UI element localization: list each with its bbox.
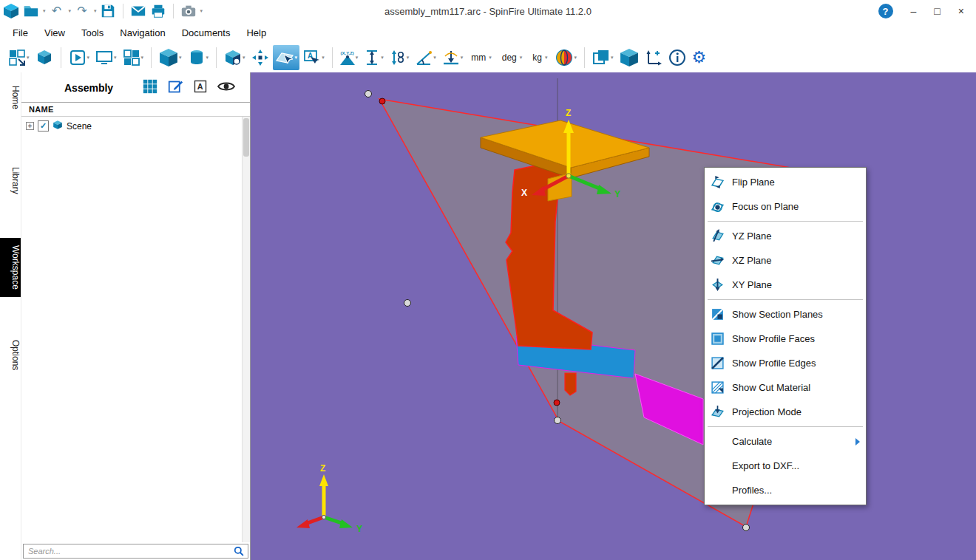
menu-file[interactable]: File xyxy=(4,24,36,41)
plane-edge-handle[interactable] xyxy=(379,98,385,104)
menu-item-show-cut-material[interactable]: Show Cut Material xyxy=(705,375,866,400)
tree-item-scene[interactable]: + ✓ Scene xyxy=(21,117,250,135)
measure-distance-button[interactable]: ▾ xyxy=(362,45,386,70)
sidebar-tab-home[interactable]: Home xyxy=(0,78,21,117)
minimize-button[interactable]: – xyxy=(911,6,917,16)
menu-item-yz-plane[interactable]: YZ Plane xyxy=(705,224,866,248)
dropdown-caret[interactable]: ▾ xyxy=(200,8,203,14)
dropdown-caret[interactable]: ▾ xyxy=(489,55,492,61)
menu-navigation[interactable]: Navigation xyxy=(112,24,173,41)
menu-view[interactable]: View xyxy=(36,24,73,41)
panel-scrollbar[interactable] xyxy=(242,117,250,542)
dropdown-caret[interactable]: ▾ xyxy=(243,55,245,61)
window-layout-button[interactable]: ▾ xyxy=(121,45,146,70)
sidebar-tab-workspace[interactable]: Workspace xyxy=(0,238,21,297)
dropdown-caret[interactable]: ▾ xyxy=(356,55,359,61)
undo-icon[interactable]: ↶ xyxy=(48,2,66,20)
dropdown-caret[interactable]: ▾ xyxy=(574,55,577,61)
viewport-3d[interactable]: Z Y X Z Y xyxy=(251,72,976,560)
measure-diameter-button[interactable]: ▾ xyxy=(387,45,412,70)
menu-item-projection-mode[interactable]: Projection Mode xyxy=(705,400,866,424)
sidebar-tab-options[interactable]: Options xyxy=(0,332,21,378)
edit-icon[interactable] xyxy=(168,79,183,98)
grid-view-icon[interactable] xyxy=(142,78,158,98)
settings-gear-button[interactable]: ⚙ xyxy=(690,45,709,70)
section-settings-button[interactable]: ▾ xyxy=(222,45,248,70)
dropdown-caret[interactable]: ▾ xyxy=(381,55,384,61)
print-icon[interactable] xyxy=(149,2,167,20)
search-input[interactable] xyxy=(23,544,248,559)
dropdown-caret[interactable]: ▾ xyxy=(461,55,464,61)
exploded-view-button[interactable] xyxy=(617,45,641,70)
menu-item-export-to-dxf[interactable]: Export to DXF... xyxy=(705,454,866,478)
menu-item-profiles[interactable]: Profiles... xyxy=(705,478,866,502)
close-button[interactable]: × xyxy=(958,6,964,16)
dropdown-caret[interactable]: ▾ xyxy=(114,55,117,61)
menu-tools[interactable]: Tools xyxy=(73,24,112,41)
dropdown-caret[interactable]: ▾ xyxy=(520,55,523,61)
render-style-button[interactable]: ▾ xyxy=(553,45,579,70)
menu-item-calculate[interactable]: Calculate xyxy=(705,429,866,454)
menu-item-focus-on-plane[interactable]: Focus on Plane xyxy=(705,194,866,219)
panel-scrollbar-thumb[interactable] xyxy=(243,118,249,157)
explode-button[interactable] xyxy=(249,45,271,70)
menu-help[interactable]: Help xyxy=(238,24,274,41)
dropdown-caret[interactable]: ▾ xyxy=(94,8,97,14)
render-mode-button[interactable]: ▾ xyxy=(67,45,92,70)
dropdown-caret[interactable]: ▾ xyxy=(433,55,436,61)
save-icon[interactable] xyxy=(99,2,117,20)
menu-item-show-profile-edges[interactable]: Show Profile Edges xyxy=(705,351,866,375)
unit-angle-dropdown[interactable]: deg ▾ xyxy=(498,45,527,70)
menu-item-show-section-planes[interactable]: Show Section Planes xyxy=(705,302,866,327)
plane-corner-handle[interactable] xyxy=(404,300,411,307)
redo-icon[interactable]: ↷ xyxy=(73,2,91,20)
dropdown-caret[interactable]: ▾ xyxy=(407,55,410,61)
measure-angle-button[interactable]: ▾ xyxy=(413,45,438,70)
dropdown-caret[interactable]: ▾ xyxy=(295,55,298,61)
dropdown-caret[interactable]: ▾ xyxy=(27,55,30,61)
sidebar-tab-library[interactable]: Library xyxy=(0,160,21,202)
info-button[interactable] xyxy=(666,45,688,70)
measure-align-button[interactable]: ▾ xyxy=(440,45,466,70)
plane-corner-handle[interactable] xyxy=(555,417,561,424)
measure-coordinate-button[interactable]: (X,Y,Z) ▾ xyxy=(338,45,361,70)
plane-corner-handle[interactable] xyxy=(743,525,750,531)
markup-note-button[interactable]: A ▾ xyxy=(301,45,327,70)
unit-mass-dropdown[interactable]: kg ▾ xyxy=(528,45,552,70)
viewport-canvas[interactable]: Z Y X Z Y xyxy=(251,72,976,560)
label-icon[interactable]: A xyxy=(193,79,208,97)
unit-length-dropdown[interactable]: mm ▾ xyxy=(467,45,496,70)
dropdown-caret[interactable]: ▾ xyxy=(611,55,614,61)
dropdown-caret[interactable]: ▾ xyxy=(87,55,90,61)
eye-icon[interactable] xyxy=(217,81,235,95)
help-icon[interactable]: ? xyxy=(878,4,893,18)
dropdown-caret[interactable]: ▾ xyxy=(179,55,182,61)
view-orientation-button[interactable]: ▾ xyxy=(157,45,184,70)
model-part-red-tab[interactable] xyxy=(565,373,576,395)
scene-visibility-checkbox[interactable]: ✓ xyxy=(38,120,49,132)
menu-item-flip-plane[interactable]: Flip Plane xyxy=(705,170,866,194)
email-icon[interactable] xyxy=(129,2,147,20)
dropdown-caret[interactable]: ▾ xyxy=(206,55,209,61)
dropdown-caret[interactable]: ▾ xyxy=(545,55,548,61)
screen-display-button[interactable]: ▾ xyxy=(93,45,119,70)
coordinate-system-button[interactable] xyxy=(643,45,665,70)
section-plane-tool-button[interactable]: ▾ xyxy=(273,45,300,70)
dropdown-caret[interactable]: ▾ xyxy=(322,55,325,61)
snapshot-camera-icon[interactable] xyxy=(180,2,197,20)
geometry-cylinder-button[interactable]: ▾ xyxy=(186,45,211,70)
maximize-button[interactable]: □ xyxy=(934,6,940,16)
tree-expander[interactable]: + xyxy=(26,122,34,130)
menu-item-xy-plane[interactable]: XY Plane xyxy=(705,273,866,297)
menu-documents[interactable]: Documents xyxy=(174,24,239,41)
search-icon[interactable] xyxy=(234,546,244,559)
menu-item-show-profile-faces[interactable]: Show Profile Faces xyxy=(705,327,866,351)
compare-windows-button[interactable]: ▾ xyxy=(590,45,616,70)
plane-edge-handle[interactable] xyxy=(554,400,560,406)
workspace-page-button[interactable]: ▾ xyxy=(6,45,32,70)
dropdown-caret[interactable]: ▾ xyxy=(69,8,72,14)
menu-item-xz-plane[interactable]: XZ Plane xyxy=(705,248,866,273)
model-structure-button[interactable] xyxy=(33,45,55,70)
open-file-icon[interactable] xyxy=(22,2,40,20)
dropdown-caret[interactable]: ▾ xyxy=(43,8,46,14)
